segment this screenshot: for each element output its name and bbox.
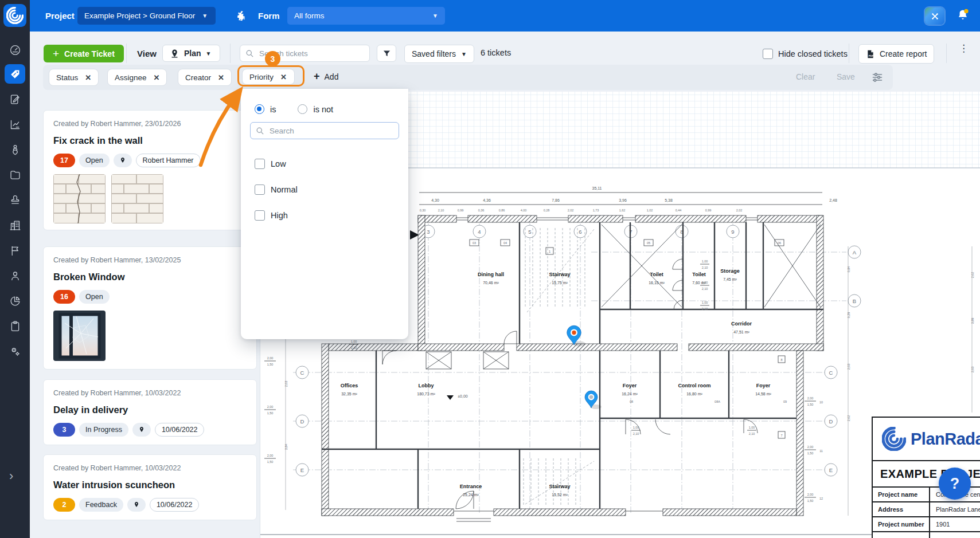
ticket-photo-broken-window[interactable]: [53, 311, 106, 361]
ticket-meta: Created by Robert Hammer, 23/01/2026: [53, 120, 247, 128]
filter-chip-priority[interactable]: Priority✕: [242, 69, 295, 85]
ticket-photo-brick-cracked[interactable]: [53, 174, 106, 223]
ticket-due-date-badge: 10/06/2022: [150, 498, 200, 512]
svg-text:8: 8: [780, 358, 782, 362]
svg-text:E: E: [829, 467, 833, 473]
remove-filter-icon[interactable]: ✕: [218, 73, 224, 82]
create-ticket-button[interactable]: + Create Ticket: [44, 45, 124, 62]
svg-text:0,84: 0,84: [847, 266, 850, 273]
hide-closed-checkbox[interactable]: [763, 49, 773, 59]
notifications-bell-icon[interactable]: [955, 8, 970, 25]
filter-chip-creator[interactable]: Creator✕: [178, 69, 232, 86]
sidebar-item-company[interactable]: [5, 215, 25, 235]
sidebar-item-dashboard[interactable]: [5, 40, 25, 60]
svg-text:Toilet: Toilet: [650, 272, 663, 277]
hide-closed-tickets-toggle[interactable]: Hide closed tickets: [763, 49, 848, 59]
svg-text:A: A: [853, 249, 857, 256]
sidebar-item-tasks[interactable]: [5, 316, 25, 336]
title-block-label: Project name: [873, 488, 930, 501]
sidebar-item-settings[interactable]: [5, 341, 25, 361]
chevron-down-icon: ▼: [461, 51, 467, 57]
priority-option-low[interactable]: Low: [255, 159, 286, 169]
create-report-button[interactable]: PDF Create report: [858, 44, 934, 64]
search-tickets-box[interactable]: [240, 45, 370, 62]
sidebar-item-site-inspection[interactable]: [5, 140, 25, 159]
sidebar-item-flags[interactable]: [5, 241, 25, 260]
sidebar-item-reports[interactable]: [5, 291, 25, 311]
chevron-down-icon: ▼: [202, 13, 208, 19]
ticket-card[interactable]: Created by Robert Hammer, 13/02/2025 Bro…: [43, 246, 257, 370]
svg-text:2,10: 2,10: [749, 432, 755, 435]
checkbox-icon[interactable]: [255, 159, 265, 169]
svg-text:16,15 m²: 16,15 m²: [649, 281, 665, 285]
ticket-status-badge: Feedback: [79, 498, 123, 512]
ticket-meta: Created by Robert Hammer, 10/03/2022: [53, 389, 247, 397]
svg-text:Stairway: Stairway: [549, 484, 570, 489]
clear-filters-button[interactable]: Clear: [796, 72, 815, 81]
dropdown-search-box[interactable]: [250, 122, 399, 139]
sidebar-item-contacts[interactable]: [5, 266, 25, 285]
ticket-card[interactable]: Created by Robert Hammer, 10/03/2022 Del…: [43, 379, 257, 445]
sidebar-item-statistics[interactable]: [5, 115, 25, 134]
sidebar-item-stamps[interactable]: [5, 190, 25, 210]
form-selector[interactable]: All forms ▼: [287, 7, 445, 25]
planradar-swirl-icon: [882, 427, 906, 451]
ticket-pin-gray[interactable]: [585, 391, 602, 409]
checkbox-icon[interactable]: [255, 184, 265, 195]
svg-text:2,00: 2,00: [267, 405, 274, 409]
ticket-pin-orange[interactable]: [567, 325, 585, 346]
remove-filter-icon[interactable]: ✕: [154, 73, 160, 82]
ticket-card[interactable]: Created by Robert Hammer, 23/01/2026 Fix…: [43, 110, 257, 230]
svg-text:35,11: 35,11: [592, 186, 602, 190]
sidebar-item-documents[interactable]: [5, 165, 25, 184]
svg-text:4,30: 4,30: [431, 198, 439, 202]
form-label: Form: [258, 0, 280, 32]
filter-chip-assignee[interactable]: Assignee✕: [107, 69, 167, 86]
svg-text:Foyer: Foyer: [756, 383, 771, 388]
svg-text:10: 10: [819, 400, 823, 404]
svg-text:2,10: 2,10: [633, 432, 639, 435]
planradar-app-logo[interactable]: [3, 4, 26, 27]
radio-option-is[interactable]: is is not: [255, 104, 333, 114]
sidebar-item-tickets[interactable]: [5, 64, 25, 84]
svg-text:2,00: 2,00: [807, 493, 814, 496]
ticket-card[interactable]: Created by Robert Hammer, 10/03/2022 Wat…: [43, 454, 257, 520]
svg-text:3,84: 3,84: [284, 444, 288, 450]
add-filter-button[interactable]: + Add: [314, 70, 338, 83]
filter-settings-sliders-icon[interactable]: [872, 72, 883, 83]
radio-option-is-not[interactable]: is not: [313, 105, 333, 114]
filter-button[interactable]: [377, 45, 396, 62]
sidebar-item-forms[interactable]: [5, 89, 25, 109]
checkbox-icon[interactable]: [255, 210, 265, 221]
ticket-photo-brick[interactable]: [111, 174, 163, 223]
radio-selected-icon[interactable]: [255, 104, 264, 114]
svg-text:7,45 m²: 7,45 m²: [723, 277, 737, 281]
svg-text:D: D: [300, 418, 304, 425]
help-button[interactable]: ?: [939, 468, 971, 500]
saved-filters-selector[interactable]: Saved filters ▼: [404, 45, 474, 63]
svg-text:B: B: [853, 298, 856, 304]
project-selector[interactable]: Example Project > Ground Floor ▼: [77, 7, 216, 25]
svg-text:16,24 m²: 16,24 m²: [622, 392, 638, 396]
dropdown-search-input[interactable]: [268, 126, 393, 136]
project-settings-gear-icon[interactable]: [235, 10, 247, 22]
filter-chip-status[interactable]: Status✕: [49, 69, 99, 86]
svg-text:2,10: 2,10: [702, 266, 708, 269]
more-options-kebab[interactable]: ⋮: [959, 46, 969, 51]
priority-option-normal[interactable]: Normal: [255, 184, 298, 195]
marketplace-icon[interactable]: [925, 7, 944, 25]
ticket-status-badge: Open: [79, 290, 110, 304]
remove-filter-icon[interactable]: ✕: [85, 73, 91, 82]
save-filters-button[interactable]: Save: [837, 72, 855, 81]
filter-chip-bar: Status✕ Assignee✕ Creator✕ Priority✕ + A…: [43, 65, 893, 90]
sidebar-collapse-chevron[interactable]: ›: [9, 469, 13, 484]
title-block-row: [873, 531, 980, 538]
planradar-brand-text: PlanRadar: [911, 430, 980, 449]
priority-option-high[interactable]: High: [255, 210, 288, 221]
svg-text:9: 9: [731, 229, 734, 235]
remove-filter-icon[interactable]: ✕: [280, 73, 287, 81]
radio-unselected-icon[interactable]: [298, 104, 307, 114]
view-plan-selector[interactable]: Plan ▼: [162, 45, 220, 62]
svg-text:Dining hall: Dining hall: [478, 272, 504, 277]
ticket-assignee-badge: Robert Hammer: [136, 154, 201, 167]
